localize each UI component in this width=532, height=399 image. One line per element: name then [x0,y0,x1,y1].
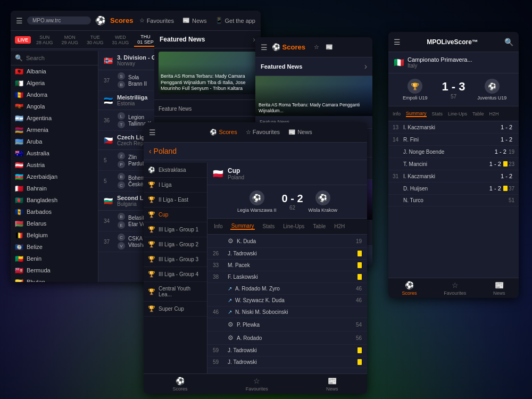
player-row-arodado2: ⚙ A. Rodado 56 [207,331,367,345]
mid-nav: ⚽ Scores ☆ Favourites 📰 News [210,129,312,136]
player-time-46b: 46 [356,297,362,303]
country-aruba[interactable]: 🇦🇼Aruba [11,136,98,147]
tab-info[interactable]: Info [213,223,224,229]
league-item-central[interactable]: 🏆Central Youth Lea... [144,282,207,302]
country-belgium[interactable]: 🇧🇪Belgium [11,229,98,241]
date-tab-tue[interactable]: TUE30 AUG [84,34,107,46]
mid-nav-scores[interactable]: ⚽ Scores [210,129,237,136]
player-time-46a: 46 [356,286,362,292]
league-item-supercup[interactable]: 🏆Super Cup [144,302,207,317]
country-azerbaidjan[interactable]: 🇦🇿Azerbaidjan [11,171,98,182]
news-win-fav[interactable]: ☆ [314,44,319,51]
league-item-iiiliga-g2[interactable]: 🏆III Liga - Group 2 [144,237,207,252]
country-angola[interactable]: 🇦🇴Angola [11,101,98,112]
featured-arrow-icon[interactable]: › [364,62,367,71]
country-austria[interactable]: 🇦🇹Austria [11,159,98,171]
news-card-1[interactable]: Berita AS Roma Terbaru: Mady Camara Peng… [255,76,372,129]
date-tab-sun[interactable]: SUN28 AUG [33,34,56,46]
nav-news[interactable]: 📰 News [182,17,207,24]
bottom-nav-scores[interactable]: ⚽ Scores [173,377,188,392]
news-label-1[interactable]: Feature News [154,100,261,117]
country-bahrain[interactable]: 🇧🇭Bahrain [11,182,98,194]
mpo-bottom-news[interactable]: 📰 News [493,281,505,296]
mpo-search-icon[interactable]: 🔍 [504,38,513,46]
news-win-news[interactable]: 📰 [326,44,333,51]
player-num-59: 59 [213,347,225,353]
tab-table[interactable]: Table [312,223,327,229]
poland-leagues-list: ⚽Ekstraklasa 🏆I Liga 🏆II Liga - East 🏆Cu… [144,163,207,373]
mpo-player-name-rfini: R. Fini [403,137,501,143]
mpo-tab-info[interactable]: Info [393,111,401,117]
mpo-league-badge: 🇮🇹 Campionato Primavera... Italy [388,52,519,73]
legia-name: Legia Warszawa II [237,207,277,213]
mpo-header: ☰ MPOLiveScore™ 🔍 [388,32,519,52]
team-logo-vitosha: V [118,242,125,250]
news-featured-header: Featured News › [255,57,372,76]
player-row-jtadrowski: 26 J. Tadrowski [207,248,367,260]
country-andorra[interactable]: 🇦🇩Andorra [11,89,98,101]
team-logo-etar: E [118,221,125,229]
mpo-bottom-fav[interactable]: ☆ Favourites [444,281,466,296]
country-belize[interactable]: 🇧🇿Belize [11,241,98,253]
date-tab-mon[interactable]: MON29 AUG [59,34,82,46]
country-belarus[interactable]: 🇧🇾Belarus [11,218,98,229]
country-benin[interactable]: 🇧🇯Benin [11,253,98,264]
date-tab-wed[interactable]: WED31 AUG [109,34,132,46]
tab-lineups[interactable]: Line-Ups [282,223,305,229]
mpo-score-31: 1 - 2 [501,173,512,179]
poland-flag: 🇵🇱 [213,169,223,179]
league-item-iiiliga-g1[interactable]: 🏆III Liga - Group 1 [144,222,207,237]
league-item-iiiliga-g3[interactable]: 🏆III Liga - Group 3 [144,252,207,267]
featured-news-title: Featured News [160,36,205,43]
tab-h2h[interactable]: H2H [333,223,346,229]
mid-nav-favourites[interactable]: ☆ Favourites [246,129,280,136]
mpo-tab-lineups[interactable]: Line-Ups [448,111,467,117]
mpo-news-label: News [493,290,505,296]
bottom-nav-favourites[interactable]: ☆ Favourites [246,377,268,392]
back-arrow-icon[interactable]: ‹ Poland [149,147,177,155]
mpo-score-13: 1 - 2 [501,124,512,130]
bottom-nav-news[interactable]: 📰 News [326,377,338,392]
mpo-tab-h2h[interactable]: H2H [489,111,499,117]
country-armenia[interactable]: 🇦🇲Armenia [11,124,98,136]
league-item-iiiliga-g4[interactable]: 🏆III Liga - Group 4 [144,267,207,282]
league-item-cup[interactable]: 🏆Cup [144,207,207,222]
nav-favourites[interactable]: ☆ Favourites [139,17,174,24]
tab-stats[interactable]: Stats [261,223,276,229]
country-bermuda[interactable]: 🇧🇲Bermuda [11,264,98,276]
mpo-tab-table[interactable]: Table [472,111,484,117]
league-item-iiliga-east[interactable]: 🏆II Liga - East [144,193,207,207]
country-australia[interactable]: 🇦🇺Australia [11,147,98,159]
country-albania[interactable]: 🇦🇱Albania [11,65,98,77]
country-bangladesh[interactable]: 🇧🇩Bangladesh [11,194,98,206]
mpo-player-name-huijsen: D. Huijsen [403,186,489,192]
country-bhutan[interactable]: 🇧🇹Bhutan [11,276,98,282]
league-item-ekstraklasa[interactable]: ⚽Ekstraklasa [144,163,207,178]
hamburger-icon[interactable]: ☰ [16,16,23,25]
news-hamburger-icon[interactable]: ☰ [261,43,268,52]
tab-summary[interactable]: Summary [230,223,255,230]
scores-title: Scores [110,16,133,24]
mpo-tab-summary[interactable]: Summary [406,111,427,117]
mpo-bottom-scores[interactable]: ⚽ Scores [402,281,417,296]
player-row-jtadrowski2: 59 J. Tadrowski [207,345,367,356]
country-algeria[interactable]: 🇩🇿Algeria [11,77,98,89]
search-input[interactable] [26,55,94,61]
nav-getapp[interactable]: 📱 Get the app [215,17,256,24]
mpo-num-23: 23 [509,161,514,167]
player-row-arodado: ↗ A. Rodado M. Zyro 46 [207,283,367,295]
country-barbados[interactable]: 🇧🇧Barbados [11,206,98,218]
country-argentina[interactable]: 🇦🇷Argentina [11,112,98,124]
mid-nav-news[interactable]: 📰 News [288,129,312,136]
news-item-1[interactable]: Berita AS Roma Terbaru: Mady Camara Peng… [154,48,261,100]
league-item-iliga[interactable]: 🏆I Liga [144,178,207,193]
team-wisla: ⚽ Wisla Krakow [309,190,338,213]
mid-hamburger-icon[interactable]: ☰ [149,128,156,137]
mpo-hamburger-icon[interactable]: ☰ [394,38,401,46]
search-box: 🔍 [11,51,98,65]
mpo-score-main: 1 - 3 [442,80,465,94]
date-tab-thu[interactable]: THU01 SEP [134,33,157,47]
mpo-tab-stats[interactable]: Stats [432,111,443,117]
mid-bottom-nav: ⚽ Scores ☆ Favourites 📰 News [144,373,367,394]
mpo-score-nonge: 1 - 2 [495,148,506,155]
